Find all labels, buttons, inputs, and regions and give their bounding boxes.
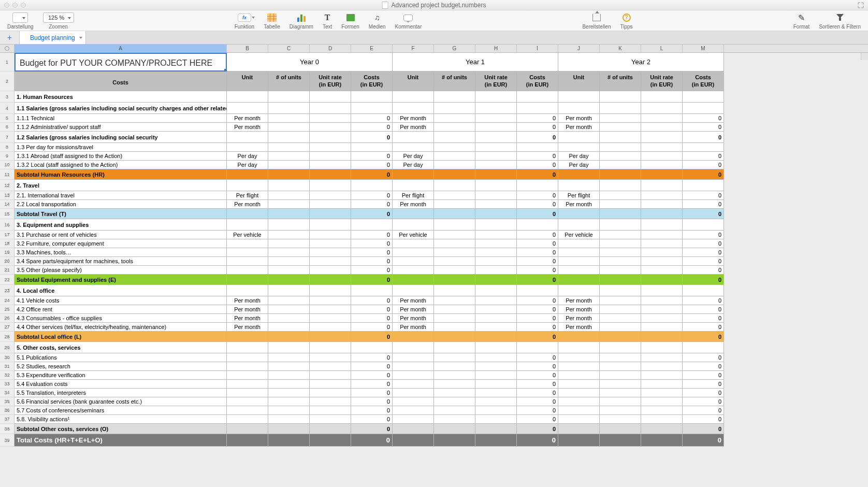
row-header-19[interactable]: 19 bbox=[0, 248, 15, 257]
cell-unit[interactable] bbox=[227, 434, 268, 447]
cell-rate[interactable] bbox=[475, 305, 517, 314]
cell-unit[interactable] bbox=[227, 209, 268, 219]
cell-rate[interactable] bbox=[641, 353, 683, 362]
cell-nunits[interactable] bbox=[600, 406, 641, 415]
cell-cost[interactable]: 0 bbox=[517, 406, 558, 415]
cell-unit[interactable] bbox=[558, 332, 600, 342]
cell-nunits[interactable] bbox=[600, 257, 641, 266]
cell-nunits[interactable] bbox=[434, 296, 475, 305]
cell-cost[interactable] bbox=[351, 91, 393, 103]
cell-rate[interactable] bbox=[641, 169, 683, 180]
select-all-corner[interactable] bbox=[0, 45, 15, 52]
cell-nunits[interactable] bbox=[600, 239, 641, 248]
cell-nunits[interactable] bbox=[268, 123, 310, 132]
cell-nunits[interactable] bbox=[600, 161, 641, 169]
cell-rate[interactable] bbox=[475, 169, 517, 180]
cell-a-21[interactable]: 3.5 Other (please specify) bbox=[15, 266, 227, 275]
cell-unit[interactable] bbox=[558, 91, 600, 103]
cell-a-39[interactable]: Total Costs (HR+T+E+L+O) bbox=[15, 434, 227, 447]
cell-cost[interactable]: 0 bbox=[517, 200, 558, 209]
cell-nunits[interactable] bbox=[434, 380, 475, 389]
share-icon[interactable] bbox=[592, 14, 601, 21]
cell-a-17[interactable]: 3.1 Purchase or rent of vehicles bbox=[15, 231, 227, 239]
cell-unit[interactable] bbox=[393, 371, 434, 380]
toolbar-zoom[interactable]: 125 % Zoomen bbox=[43, 12, 74, 30]
cell-rate[interactable] bbox=[475, 332, 517, 342]
cell-unit[interactable]: Per vehicle bbox=[393, 231, 434, 239]
cell-rate[interactable] bbox=[310, 248, 351, 257]
cell-unit[interactable] bbox=[393, 219, 434, 231]
cell-cost[interactable]: 0 bbox=[683, 239, 724, 248]
cell-unit[interactable]: Per month bbox=[393, 123, 434, 132]
toolbar-tips[interactable]: ? Tipps bbox=[620, 12, 632, 30]
cell-cost[interactable]: 0 bbox=[517, 353, 558, 362]
cell-cost[interactable]: 0 bbox=[351, 209, 393, 219]
cell-rate[interactable] bbox=[475, 91, 517, 103]
cell-rate[interactable] bbox=[641, 219, 683, 231]
nunits-header[interactable]: # of units bbox=[268, 71, 310, 91]
toolbar-share[interactable]: Bereitstellen bbox=[582, 12, 611, 30]
column-header-J[interactable]: J bbox=[558, 45, 600, 52]
cell-rate[interactable] bbox=[475, 219, 517, 231]
cell-a-28[interactable]: Subtotal Local office (L) bbox=[15, 332, 227, 342]
cell-unit[interactable]: Per month bbox=[393, 314, 434, 323]
cell-rate[interactable] bbox=[310, 275, 351, 285]
cell-unit[interactable] bbox=[558, 132, 600, 143]
cell-nunits[interactable] bbox=[600, 389, 641, 397]
column-header-A[interactable]: A bbox=[15, 45, 227, 52]
cell-rate[interactable] bbox=[310, 132, 351, 143]
cell-a-12[interactable]: 2. Travel bbox=[15, 180, 227, 191]
cell-cost[interactable]: 0 bbox=[517, 371, 558, 380]
unit-header[interactable]: Unit bbox=[393, 71, 434, 91]
cell-rate[interactable] bbox=[310, 266, 351, 275]
cell-a-26[interactable]: 4.3 Consumables - office supplies bbox=[15, 314, 227, 323]
cell-a-24[interactable]: 4.1 Vehicle costs bbox=[15, 296, 227, 305]
cell-nunits[interactable] bbox=[600, 353, 641, 362]
cell-rate[interactable] bbox=[641, 314, 683, 323]
nunits-header[interactable]: # of units bbox=[434, 71, 475, 91]
cell-rate[interactable] bbox=[641, 380, 683, 389]
cell-unit[interactable]: Per month bbox=[393, 114, 434, 123]
cell-rate[interactable] bbox=[310, 389, 351, 397]
cell-cost[interactable] bbox=[351, 180, 393, 191]
cell-nunits[interactable] bbox=[268, 389, 310, 397]
cell-cost[interactable]: 0 bbox=[517, 415, 558, 424]
cell-rate[interactable] bbox=[641, 152, 683, 161]
cell-unit[interactable] bbox=[227, 239, 268, 248]
cell-nunits[interactable] bbox=[600, 296, 641, 305]
cell-rate[interactable] bbox=[475, 406, 517, 415]
costs-header[interactable]: Costs bbox=[15, 71, 227, 91]
cell-a-6[interactable]: 1.1.2 Administrative/ support staff bbox=[15, 123, 227, 132]
cell-rate[interactable] bbox=[475, 180, 517, 191]
row-header-28[interactable]: 28 bbox=[0, 332, 15, 342]
cell-rate[interactable] bbox=[641, 123, 683, 132]
expand-icon[interactable] bbox=[858, 2, 864, 8]
cell-nunits[interactable] bbox=[268, 285, 310, 296]
cell-cost[interactable]: 0 bbox=[683, 209, 724, 219]
cell-unit[interactable] bbox=[227, 143, 268, 152]
cell-rate[interactable] bbox=[641, 257, 683, 266]
cell-unit[interactable]: Per month bbox=[393, 323, 434, 332]
cell-a-20[interactable]: 3.4 Spare parts/equipment for machines, … bbox=[15, 257, 227, 266]
cell-nunits[interactable] bbox=[600, 152, 641, 161]
cell-rate[interactable] bbox=[475, 200, 517, 209]
cell-nunits[interactable] bbox=[434, 231, 475, 239]
cell-unit[interactable]: Per day bbox=[393, 152, 434, 161]
cell-nunits[interactable] bbox=[268, 406, 310, 415]
cell-unit[interactable] bbox=[558, 380, 600, 389]
cell-nunits[interactable] bbox=[434, 323, 475, 332]
cell-unit[interactable] bbox=[393, 406, 434, 415]
cell-cost[interactable]: 0 bbox=[517, 434, 558, 447]
row-header-12[interactable]: 12 bbox=[0, 180, 15, 191]
cell-nunits[interactable] bbox=[434, 389, 475, 397]
cell-nunits[interactable] bbox=[434, 103, 475, 114]
cell-cost[interactable]: 0 bbox=[517, 305, 558, 314]
column-header-D[interactable]: D bbox=[310, 45, 351, 52]
costs-eur-header[interactable]: Costs(in EUR) bbox=[351, 71, 393, 91]
cell-rate[interactable] bbox=[475, 362, 517, 371]
cell-unit[interactable] bbox=[558, 143, 600, 152]
cell-rate[interactable] bbox=[310, 296, 351, 305]
cell-nunits[interactable] bbox=[600, 231, 641, 239]
cell-cost[interactable]: 0 bbox=[683, 266, 724, 275]
cell-nunits[interactable] bbox=[600, 362, 641, 371]
